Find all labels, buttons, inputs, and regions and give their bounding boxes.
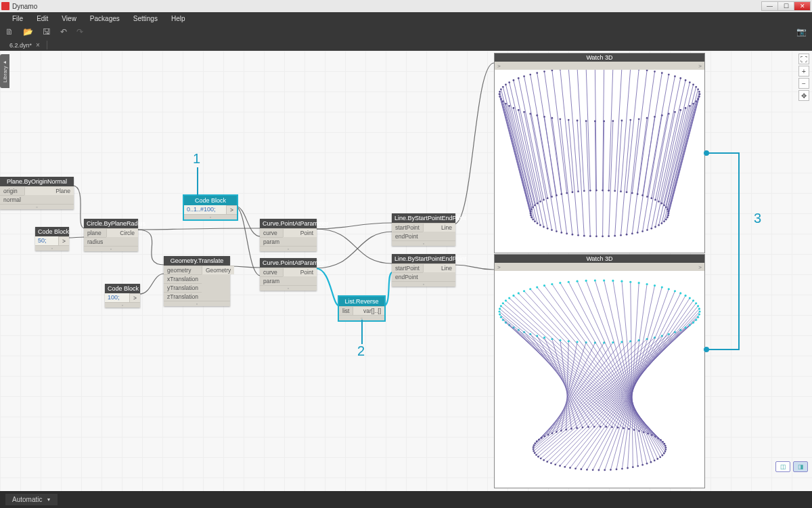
svg-point-257 xyxy=(541,437,543,439)
tab-document[interactable]: 6.2.dyn* × xyxy=(3,41,47,49)
svg-point-272 xyxy=(560,430,562,432)
svg-point-92 xyxy=(537,222,539,224)
port-in[interactable]: geometry xyxy=(164,266,202,274)
port-out[interactable]: Plane xyxy=(24,186,74,195)
node-codeblock-100[interactable]: Code Block 100;> ▫ xyxy=(105,284,140,308)
undo-icon[interactable]: ↶ xyxy=(60,27,67,37)
port-in[interactable]: curve xyxy=(260,268,283,276)
node-plane[interactable]: Plane.ByOriginNormal origin normal Plane… xyxy=(0,177,74,209)
node-line-1[interactable]: Line.ByStartPointEndPoint startPointendP… xyxy=(392,213,455,246)
svg-line-273 xyxy=(566,341,569,430)
svg-point-46 xyxy=(621,120,623,122)
svg-point-242 xyxy=(533,446,535,448)
port-in[interactable]: param xyxy=(260,276,283,285)
port-out[interactable]: Point xyxy=(283,268,317,276)
svg-point-376 xyxy=(621,280,623,282)
svg-point-206 xyxy=(667,209,669,211)
port-in[interactable]: plane xyxy=(84,228,106,237)
svg-line-384 xyxy=(622,284,647,469)
watch3d-view[interactable] xyxy=(495,70,704,253)
graph-canvas[interactable]: Library ▸ ⛶ + − ✥ Plane.ByOriginNormal o… xyxy=(0,51,812,491)
port-in[interactable]: > xyxy=(497,264,501,270)
port-out[interactable]: Geometry xyxy=(202,266,234,274)
svg-point-80 xyxy=(551,229,553,231)
graph-view-icon[interactable]: ◫ xyxy=(775,461,790,472)
port-out[interactable]: > xyxy=(129,293,140,302)
svg-point-91 xyxy=(508,105,510,107)
svg-point-40 xyxy=(638,118,640,120)
node-codeblock-range[interactable]: Code Block 0..1..#100;> ▫ xyxy=(184,196,237,219)
node-codeblock-50[interactable]: Code Block 50;> ▫ xyxy=(35,227,69,251)
port-out[interactable]: Line xyxy=(423,223,455,232)
svg-point-152 xyxy=(583,190,585,192)
port-in[interactable]: param xyxy=(260,237,283,246)
port-out[interactable]: > xyxy=(226,205,237,214)
port-in[interactable]: zTranslation xyxy=(164,292,202,301)
zoom-in-icon[interactable]: + xyxy=(798,66,809,77)
port-in[interactable]: endPoint xyxy=(392,232,423,240)
svg-point-343 xyxy=(529,288,531,290)
3d-view-icon[interactable]: ◨ xyxy=(793,461,808,472)
menu-file[interactable]: File xyxy=(5,15,30,22)
node-watch3d-1[interactable]: Watch 3D >> xyxy=(494,53,705,253)
port-in[interactable]: endPoint xyxy=(392,272,423,281)
node-list-reverse[interactable]: List.Reverse list var[]..[] ▫ xyxy=(339,297,384,320)
node-line-2[interactable]: Line.ByStartPointEndPoint startPointendP… xyxy=(392,254,455,287)
node-translate[interactable]: Geometry.Translate geometry xTranslation… xyxy=(164,256,230,306)
port-in[interactable]: xTranslation xyxy=(164,274,202,283)
svg-point-62 xyxy=(583,235,585,237)
node-circle[interactable]: Circle.ByPlaneRadius plane radius Circle… xyxy=(84,219,138,251)
port-out[interactable]: var[]..[] xyxy=(353,306,384,315)
run-mode-selector[interactable]: Automatic▼ xyxy=(5,494,58,505)
minimize-button[interactable]: — xyxy=(761,1,778,11)
port-out[interactable]: > xyxy=(698,264,702,270)
port-out[interactable]: Line xyxy=(423,263,455,272)
svg-point-38 xyxy=(631,233,633,235)
port-in[interactable]: list xyxy=(339,306,353,315)
open-file-icon[interactable]: 📂 xyxy=(23,27,33,37)
svg-point-215 xyxy=(550,462,552,464)
port-out[interactable]: > xyxy=(698,63,702,69)
redo-icon[interactable]: ↷ xyxy=(76,27,83,37)
node-point-at-param-1[interactable]: Curve.PointAtParameter curveparam Point … xyxy=(260,219,317,251)
watch3d-view[interactable] xyxy=(495,271,704,488)
node-watch3d-2[interactable]: Watch 3D >> xyxy=(494,254,705,488)
port-in[interactable]: curve xyxy=(260,228,283,237)
port-in[interactable]: > xyxy=(497,63,501,69)
tab-close-icon[interactable]: × xyxy=(36,41,40,49)
svg-point-35 xyxy=(637,232,639,234)
svg-point-217 xyxy=(697,316,699,318)
svg-point-254 xyxy=(538,439,540,441)
svg-point-133 xyxy=(529,74,531,76)
menu-help[interactable]: Help xyxy=(164,15,192,22)
port-in[interactable]: startPoint xyxy=(392,263,423,272)
new-file-icon[interactable]: 🗎 xyxy=(5,27,14,37)
maximize-button[interactable]: ☐ xyxy=(777,1,794,11)
zoom-out-icon[interactable]: − xyxy=(798,78,809,89)
camera-icon[interactable]: 📷 xyxy=(796,27,807,37)
port-out[interactable]: > xyxy=(58,236,69,245)
svg-point-158 xyxy=(595,190,597,192)
menu-edit[interactable]: Edit xyxy=(30,15,55,22)
node-point-at-param-2[interactable]: Curve.PointAtParameter curveparam Point … xyxy=(260,258,317,291)
svg-line-12 xyxy=(664,104,693,221)
port-out[interactable]: Circle xyxy=(106,228,138,237)
menu-packages[interactable]: Packages xyxy=(83,15,127,22)
port-in[interactable]: startPoint xyxy=(392,223,423,232)
svg-point-403 xyxy=(684,295,686,297)
port-out[interactable]: Point xyxy=(283,228,317,237)
port-in[interactable]: yTranslation xyxy=(164,283,202,292)
svg-point-130 xyxy=(523,75,525,77)
svg-point-200 xyxy=(663,205,665,207)
save-icon[interactable]: 🖫 xyxy=(43,27,51,37)
library-toggle[interactable]: Library ▸ xyxy=(0,54,9,88)
fit-view-icon[interactable]: ⛶ xyxy=(798,54,809,64)
menu-view[interactable]: View xyxy=(55,15,83,22)
port-in[interactable]: origin xyxy=(0,186,24,195)
port-in[interactable]: radius xyxy=(84,237,106,246)
svg-point-197 xyxy=(660,203,662,205)
port-in[interactable]: normal xyxy=(0,195,24,204)
close-button[interactable]: ✕ xyxy=(794,1,811,11)
menu-settings[interactable]: Settings xyxy=(127,15,164,22)
pan-icon[interactable]: ✥ xyxy=(798,90,809,101)
